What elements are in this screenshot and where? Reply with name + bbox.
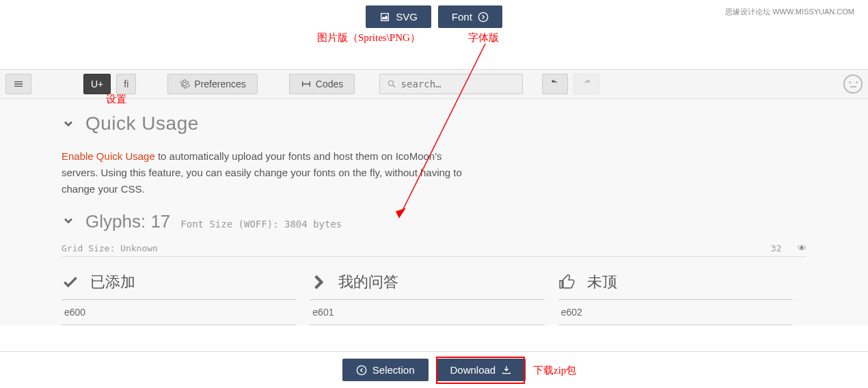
ligature-button[interactable]: fi (116, 74, 136, 94)
watermark-text: 思缘设计论坛 WWW.MISSYUAN.COM (725, 7, 854, 17)
font-button[interactable]: Font (438, 5, 502, 28)
glyph-code[interactable]: e600 (62, 299, 296, 325)
selection-button[interactable]: Selection (342, 359, 429, 381)
arrow-circle-left-icon (356, 365, 367, 376)
unicode-label: U+ (91, 79, 103, 89)
unicode-button[interactable]: U+ (83, 74, 111, 94)
svg-button[interactable]: SVG (366, 5, 431, 28)
quick-usage-header[interactable]: Quick Usage (62, 113, 806, 135)
gear-icon (179, 79, 190, 89)
codes-icon (301, 79, 312, 89)
ligature-label: fi (124, 79, 128, 89)
redo-button[interactable] (573, 74, 599, 94)
check-icon (62, 273, 79, 291)
annotation-font: 字体版 (468, 31, 499, 44)
chevron-right-icon (310, 273, 327, 291)
main-toolbar: U+ fi Preferences Codes (0, 69, 868, 99)
eye-icon[interactable]: 👁 (798, 243, 806, 253)
quick-usage-title: Quick Usage (85, 113, 199, 135)
search-icon (387, 79, 396, 89)
face-icon[interactable] (843, 74, 863, 94)
glyph-name: 未顶 (587, 272, 617, 292)
search-input[interactable] (401, 79, 516, 89)
image-icon (379, 12, 390, 23)
glyph-name: 已添加 (90, 272, 135, 292)
search-box[interactable] (379, 74, 523, 94)
glyph-name: 我的问答 (338, 272, 398, 292)
glyph-code[interactable]: e601 (310, 299, 544, 325)
glyph-item[interactable]: 我的问答 e601 (310, 265, 558, 325)
svg-point-3 (389, 81, 394, 85)
glyphs-count: 17 (150, 211, 170, 232)
quick-usage-description: Enable Quick Usage to automatically uplo… (62, 148, 472, 197)
preferences-button[interactable]: Preferences (167, 74, 257, 94)
codes-label: Codes (316, 79, 343, 89)
thumbs-up-icon (558, 273, 576, 291)
glyphs-header[interactable]: Glyphs: 17 Font Size (WOFF): 3804 bytes (62, 211, 806, 232)
grid-size-label: Grid Size: Unknown (62, 243, 158, 253)
glyph-code[interactable]: e602 (558, 299, 793, 325)
chevron-down-icon (62, 117, 75, 130)
hamburger-icon (13, 79, 24, 89)
glyph-grid: 已添加 e600 我的问答 e601 未顶 e602 (62, 265, 806, 325)
font-button-label: Font (452, 11, 472, 23)
enable-quick-usage-link[interactable]: Enable Quick Usage (62, 150, 155, 162)
menu-button[interactable] (5, 74, 31, 94)
glyph-item[interactable]: 未顶 e602 (558, 265, 806, 325)
annotation-svg: 图片版（Sprites\PNG） (317, 31, 420, 44)
glyph-item[interactable]: 已添加 e600 (62, 265, 310, 325)
redo-icon (581, 79, 592, 89)
annotation-preferences: 设置 (106, 93, 126, 106)
chevron-down-icon (62, 214, 75, 227)
svg-point-4 (357, 365, 366, 374)
download-button[interactable]: Download (437, 359, 526, 381)
bottom-bar: Selection Download (0, 351, 868, 388)
svg-point-0 (478, 12, 487, 21)
grid-size-row: Grid Size: Unknown 32 👁 (62, 240, 806, 257)
undo-button[interactable] (542, 74, 568, 94)
selection-label: Selection (372, 364, 415, 376)
grid-count: 32 (771, 243, 782, 253)
download-icon (501, 365, 512, 376)
codes-button[interactable]: Codes (289, 74, 355, 94)
glyphs-label: Glyphs: (85, 211, 150, 232)
font-size-info: Font Size (WOFF): 3804 bytes (180, 219, 342, 230)
annotation-download: 下载zip包 (533, 364, 576, 377)
undo-icon (550, 79, 560, 89)
preferences-label: Preferences (194, 79, 245, 89)
download-label: Download (450, 364, 496, 376)
svg-button-label: SVG (396, 11, 418, 23)
main-content: Quick Usage Enable Quick Usage to automa… (0, 99, 868, 325)
arrow-circle-right-icon (478, 12, 489, 23)
